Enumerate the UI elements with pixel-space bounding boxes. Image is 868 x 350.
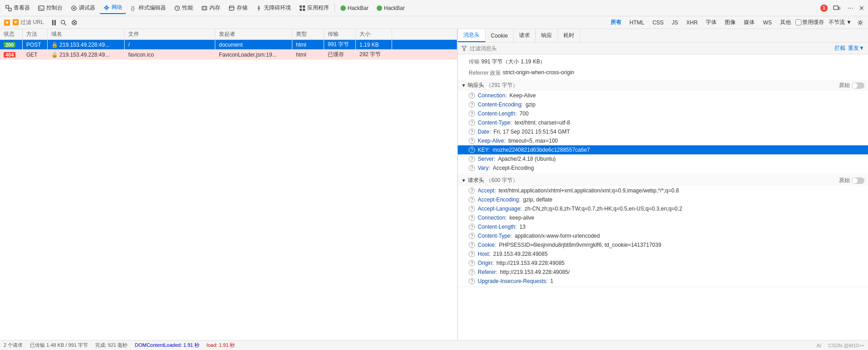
toolbar-btn-network[interactable]: 网络 xyxy=(100,2,126,14)
debugger-icon xyxy=(71,5,77,11)
svg-point-20 xyxy=(61,20,65,24)
help-icon[interactable]: ? xyxy=(469,92,475,99)
request-raw-switch[interactable] xyxy=(852,177,864,184)
details-tab-request[interactable]: 请求 xyxy=(514,29,536,42)
help-icon[interactable]: ? xyxy=(469,147,475,153)
help-icon[interactable]: ? xyxy=(469,224,475,230)
responsive-icon xyxy=(833,5,840,12)
filter-tab-css[interactable]: CSS xyxy=(649,19,667,27)
response-headers-title[interactable]: ▼ 响应头 （291 字节） 原始 xyxy=(458,80,868,91)
toolbar-btn-memory[interactable]: 内存 xyxy=(198,2,224,14)
header-row: ? Content-Length: 13 xyxy=(458,222,868,231)
response-headers-label: 响应头 xyxy=(468,82,484,89)
svg-rect-19 xyxy=(839,7,840,10)
header-row-key: ? KEY: mozhe2240821d63bde6c1288557ca6e7 xyxy=(458,145,868,154)
help-icon[interactable]: ? xyxy=(469,269,475,275)
help-icon[interactable]: ? xyxy=(469,187,475,194)
response-raw-toggle: 原始 xyxy=(839,82,864,89)
help-icon[interactable]: ? xyxy=(469,215,475,221)
gear-button[interactable] xyxy=(856,19,864,27)
search-icon xyxy=(60,19,67,26)
resend-label[interactable]: 重发▼ xyxy=(848,44,864,52)
table-row[interactable]: 200 POST 🔒 219.153.49.228:49... / docume… xyxy=(0,40,457,50)
responsive-button[interactable] xyxy=(829,3,844,14)
help-icon[interactable]: ? xyxy=(469,233,475,239)
filter-tab-media[interactable]: 媒体 xyxy=(740,18,758,27)
filter-tab-all[interactable]: 所有 xyxy=(607,18,625,27)
help-icon[interactable]: ? xyxy=(469,120,475,126)
pause-button[interactable] xyxy=(51,19,57,26)
help-icon[interactable]: ? xyxy=(469,197,475,203)
help-icon[interactable]: ? xyxy=(469,251,475,257)
row1-transfer: 991 字节 xyxy=(324,40,356,49)
filter-url-area: 🔽 🔽 过滤 URL xyxy=(4,19,44,26)
svg-rect-16 xyxy=(300,9,302,11)
toolbar-btn-style-editor[interactable]: {} 样式编辑器 xyxy=(127,2,170,14)
msg-filter-bar: 拦截 重发▼ xyxy=(458,43,868,54)
table-row[interactable]: 404 GET 🔒 219.153.49.228:49... favicon.i… xyxy=(0,50,457,60)
filter-tab-image[interactable]: 图像 xyxy=(721,18,739,27)
details-tabs: 消息头 Cookie 请求 响应 耗时 xyxy=(458,29,868,43)
filter-tab-font[interactable]: 字体 xyxy=(702,18,720,27)
close-button[interactable]: ✕ xyxy=(857,4,866,13)
help-icon[interactable]: ? xyxy=(469,242,475,248)
help-icon[interactable]: ? xyxy=(469,260,475,266)
row1-domain: 🔒 219.153.49.228:49... xyxy=(48,40,125,49)
svg-rect-18 xyxy=(834,6,838,10)
main-layout: 状态 方法 域名 文件 发起者 类型 传输 大小 200 POST 🔒 219.… xyxy=(0,29,868,350)
msg-filter-input[interactable] xyxy=(470,45,832,52)
status-bar: 2 个请求 已传输 1.48 KB / 991 字节 完成: 921 毫秒 DO… xyxy=(0,340,868,350)
toolbar-btn-accessibility[interactable]: 无障碍环境 xyxy=(252,2,295,14)
throttle-dropdown[interactable]: 不节流 ▼ xyxy=(825,18,855,27)
details-tab-timing[interactable]: 耗时 xyxy=(558,29,580,42)
storage-icon xyxy=(228,5,235,11)
request-headers-title[interactable]: ▼ 请求头 （600 字节） 原始 xyxy=(458,175,868,186)
row2-file: favicon.ico xyxy=(125,50,215,59)
toolbar-btn-debugger[interactable]: 调试器 xyxy=(67,2,99,14)
filter-tab-other[interactable]: 其他 xyxy=(776,18,795,27)
help-icon[interactable]: ? xyxy=(469,206,475,212)
details-tab-headers[interactable]: 消息头 xyxy=(458,29,485,42)
clear-button[interactable] xyxy=(70,19,78,27)
details-tab-response[interactable]: 响应 xyxy=(536,29,558,42)
help-icon[interactable]: ? xyxy=(469,138,475,144)
search-button[interactable] xyxy=(59,19,68,27)
header-row: ? Cookie: PHPSESSID=6lesjnmdu8rjbt8m9vmr… xyxy=(458,240,868,249)
help-icon[interactable]: ? xyxy=(469,156,475,162)
request-raw-toggle: 原始 xyxy=(839,177,864,184)
block-label[interactable]: 拦截 xyxy=(834,44,845,52)
clear-icon xyxy=(71,19,78,26)
help-icon[interactable]: ? xyxy=(469,129,475,135)
row2-domain: 🔒 219.153.49.228:49... xyxy=(48,50,125,59)
row1-status: 200 xyxy=(0,40,23,49)
toolbar-btn-storage[interactable]: 存储 xyxy=(225,2,251,14)
row1-timeline xyxy=(392,40,457,49)
more-button[interactable]: ··· xyxy=(846,3,855,13)
help-icon[interactable]: ? xyxy=(469,110,475,117)
disable-cache-checkbox[interactable] xyxy=(795,19,801,25)
header-row: ? Server: Apache/2.4.18 (Ubuntu) xyxy=(458,154,868,163)
filter-tab-html[interactable]: HTML xyxy=(626,19,648,27)
network-table-container: 状态 方法 域名 文件 发起者 类型 传输 大小 200 POST 🔒 219.… xyxy=(0,29,458,350)
svg-rect-0 xyxy=(6,5,9,8)
request-toggle: ▼ xyxy=(461,178,466,183)
row2-timeline xyxy=(392,50,457,59)
help-icon[interactable]: ? xyxy=(469,165,475,171)
help-icon[interactable]: ? xyxy=(469,101,475,108)
help-icon[interactable]: ? xyxy=(469,278,475,284)
msg-filter-right: 拦截 重发▼ xyxy=(834,44,864,52)
filter-tab-js[interactable]: JS xyxy=(668,19,682,27)
toolbar-btn-hackbar2[interactable]: HackBar xyxy=(373,3,408,13)
toolbar-btn-performance[interactable]: 性能 xyxy=(170,2,197,14)
toolbar-btn-console[interactable]: 控制台 xyxy=(34,2,66,14)
response-raw-switch[interactable] xyxy=(852,82,864,89)
toolbar-btn-hackbar1[interactable]: HackBar xyxy=(337,3,372,13)
row1-initiator: document xyxy=(215,40,292,49)
details-tab-cookie[interactable]: Cookie xyxy=(485,29,514,42)
th-method: 方法 xyxy=(23,29,48,39)
network-icon xyxy=(103,5,110,11)
toolbar-btn-app[interactable]: 应用程序 xyxy=(296,2,333,14)
toolbar-btn-inspector[interactable]: 查看器 xyxy=(2,2,34,14)
filter-tab-xhr[interactable]: XHR xyxy=(683,19,701,27)
filter-tab-ws[interactable]: WS xyxy=(759,19,775,27)
